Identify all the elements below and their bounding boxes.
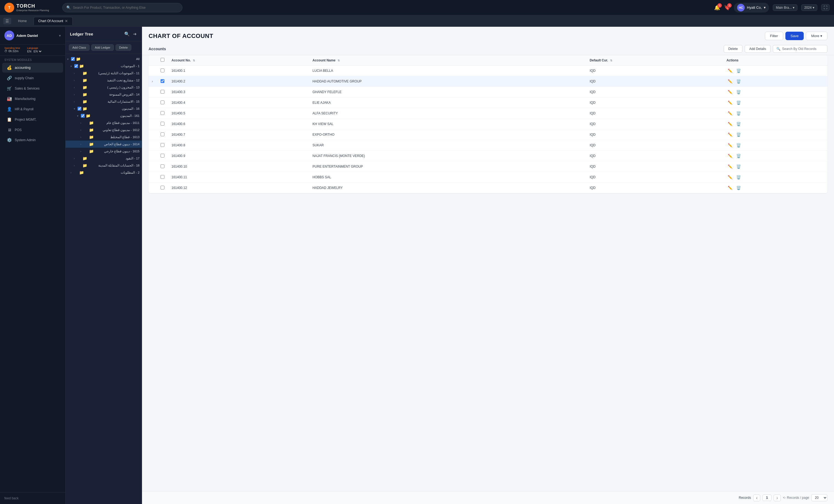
select-all-checkbox[interactable] [160, 58, 164, 62]
tree-node-18[interactable]: › 📁 18 - الحسابات المتقابلة المدينة [66, 162, 142, 169]
row-checkbox[interactable] [160, 185, 164, 190]
row-checkbox[interactable] [160, 101, 164, 104]
per-page-selector[interactable]: 20 50 100 [811, 494, 828, 501]
tree-node-11[interactable]: › 📁 11 - الموجودات الثابتة (رئيسي) [66, 70, 142, 77]
sort-icon[interactable]: ⇅ [610, 59, 612, 62]
row-checkbox[interactable] [160, 175, 164, 179]
ledger-search-button[interactable]: 🔍 [124, 30, 131, 38]
sidebar-footer[interactable]: feed back [0, 492, 65, 504]
sidebar-item-system-admin[interactable]: ⚙️ System Admin [2, 135, 63, 145]
prev-page-button[interactable]: ‹ [753, 495, 760, 501]
sort-icon[interactable]: ⇅ [193, 59, 195, 62]
tree-checkbox-all[interactable] [71, 57, 75, 61]
row-checkbox[interactable] [160, 90, 164, 94]
tree-node-1612[interactable]: › 📁 1612 - مدينون قطاع تعاوني [66, 126, 142, 133]
edit-button[interactable]: ✏️ [726, 153, 734, 159]
delete-row-button[interactable]: 🗑️ [735, 174, 742, 180]
tree-node-17[interactable]: › 📁 17 - النقود [66, 155, 142, 162]
ledger-expand-button[interactable]: ➜ [132, 30, 137, 38]
next-page-button[interactable]: › [774, 495, 781, 501]
row-checkbox[interactable] [160, 154, 164, 157]
sidebar-item-pos[interactable]: 🖥 POS [2, 125, 63, 135]
edit-button[interactable]: ✏️ [726, 79, 734, 84]
sidebar-item-project[interactable]: 📋 Project MGMT, [2, 115, 63, 125]
delete-button[interactable]: Delete [724, 45, 743, 53]
tree-node-1[interactable]: ▾ 📁 1 - الموجودات [66, 63, 142, 70]
row-checkbox[interactable] [160, 79, 164, 83]
edit-button[interactable]: ✏️ [726, 174, 734, 180]
delete-row-button[interactable]: 🗑️ [735, 89, 742, 95]
sidebar-item-sales[interactable]: 🛒 Sales & Services [2, 84, 63, 93]
edit-button[interactable]: ✏️ [726, 164, 734, 169]
tree-node-1613[interactable]: › 📁 1613 - قطاع المختلط [66, 133, 142, 140]
user-chip[interactable]: HC Hyatt Co, ▾ [734, 3, 769, 13]
row-checkbox[interactable] [160, 143, 164, 147]
language-selector[interactable]: ENAR [32, 49, 42, 53]
edit-button[interactable]: ✏️ [726, 89, 734, 95]
delete-row-button[interactable]: 🗑️ [735, 153, 742, 159]
add-ledger-button[interactable]: Add Ledger [91, 44, 114, 51]
global-search[interactable]: 🔍 [62, 3, 182, 12]
filter-button[interactable]: Filter [765, 32, 783, 40]
tree-node-1614[interactable]: › 📁 1614 - دينون قطاع الخاص [66, 140, 142, 148]
delete-row-button[interactable]: 🗑️ [735, 100, 742, 105]
edit-button[interactable]: ✏️ [726, 185, 734, 191]
tab-chart-of-account[interactable]: Chart Of Account ✕ [34, 17, 73, 25]
delete-row-button[interactable]: 🗑️ [735, 132, 742, 137]
save-button[interactable]: Save [785, 32, 804, 40]
tree-node-16[interactable]: ▾ 📁 16 - المدينون [66, 105, 142, 112]
delete-row-button[interactable]: 🗑️ [735, 185, 742, 191]
tree-node-2[interactable]: › 📁 2 - المطلوبات [66, 169, 142, 176]
row-checkbox[interactable] [160, 68, 164, 72]
delete-row-button[interactable]: 🗑️ [735, 143, 742, 148]
tree-checkbox-161[interactable] [81, 114, 85, 118]
tree-node-all[interactable]: ▾ 📁 All [66, 56, 142, 63]
collapse-row-button[interactable]: › [152, 80, 153, 83]
sidebar-toggle-button[interactable]: ☰ [3, 18, 11, 24]
tree-node-1615[interactable]: › 📁 1615 - دينون قطاع خارجي [66, 148, 142, 155]
add-class-button[interactable]: Add Class [69, 44, 90, 51]
row-checkbox[interactable] [160, 122, 164, 126]
edit-button[interactable]: ✏️ [726, 111, 734, 116]
tree-node-12[interactable]: › 📁 12 - مشاريع تحت التنفيذ [66, 77, 142, 84]
close-icon[interactable]: ✕ [65, 19, 68, 23]
edit-button[interactable]: ✏️ [726, 68, 734, 73]
year-selector[interactable]: 2024 ▾ [801, 4, 817, 11]
edit-button[interactable]: ✏️ [726, 100, 734, 105]
tree-checkbox-1[interactable] [74, 64, 78, 68]
edit-button[interactable]: ✏️ [726, 143, 734, 148]
sidebar-item-accounting[interactable]: 💰 accounting [2, 63, 63, 73]
actions-cell: ✏️ 🗑️ [723, 66, 828, 76]
sidebar-item-manufacturing[interactable]: 🏭 Manufacturing [2, 94, 63, 104]
search-old-records[interactable]: 🔍 Search By Old Records [773, 45, 828, 53]
tree-node-14[interactable]: › 📁 14 - القروض الممنوحة [66, 91, 142, 98]
delete-row-button[interactable]: 🗑️ [735, 164, 742, 169]
tree-node-161[interactable]: ▾ 📁 161 - المدينون [66, 112, 142, 119]
more-button[interactable]: More ▾ [806, 32, 828, 40]
delete-row-button[interactable]: 🗑️ [735, 111, 742, 116]
edit-button[interactable]: ✏️ [726, 121, 734, 127]
tree-checkbox-16[interactable] [78, 107, 81, 111]
search-input[interactable] [73, 6, 178, 9]
tree-node-1611[interactable]: › 📁 1611 - مدينون قطاع عام [66, 119, 142, 126]
fullscreen-button[interactable]: ⛶ [821, 4, 830, 11]
tree-node-15[interactable]: › 📁 15 - الاستثمارات المالية [66, 98, 142, 105]
row-checkbox[interactable] [160, 165, 164, 168]
row-checkbox[interactable] [160, 132, 164, 136]
row-checkbox[interactable] [160, 111, 164, 115]
delete-row-button[interactable]: 🗑️ [735, 68, 742, 73]
avatar: HC [737, 4, 745, 12]
tab-home[interactable]: Home [14, 17, 31, 25]
branch-selector[interactable]: Main Bra... ▾ [773, 4, 797, 11]
sort-icon[interactable]: ⇅ [337, 59, 340, 62]
delete-row-button[interactable]: 🗑️ [735, 121, 742, 127]
delete-ledger-button[interactable]: Delete [115, 44, 131, 51]
edit-button[interactable]: ✏️ [726, 132, 734, 137]
add-details-button[interactable]: Add Details [745, 45, 771, 53]
bookmarks-button[interactable]: 🔖 3 [724, 5, 730, 10]
notifications-button[interactable]: 🔔 5 [714, 5, 720, 10]
sidebar-item-hr[interactable]: 👤 HR & Payroll [2, 104, 63, 114]
delete-row-button[interactable]: 🗑️ [735, 79, 742, 84]
sidebar-item-supply-chain[interactable]: 🔗 supply Chain [2, 73, 63, 83]
tree-node-13[interactable]: › 📁 13 - المخزون ( رئيسي ) [66, 84, 142, 91]
